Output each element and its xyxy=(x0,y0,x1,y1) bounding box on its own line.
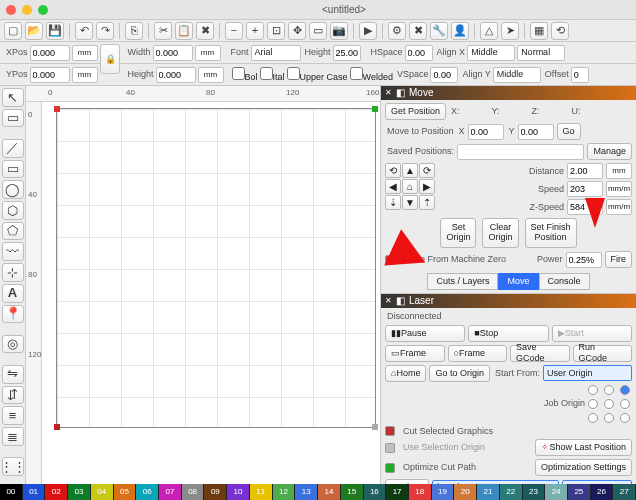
origin-bl[interactable] xyxy=(588,413,598,423)
align1-icon[interactable]: ≡ xyxy=(2,406,24,425)
hspace-input[interactable] xyxy=(405,45,433,61)
move-x-input[interactable] xyxy=(468,124,504,140)
marker-tool-icon[interactable]: 📍 xyxy=(2,305,24,324)
align2-icon[interactable]: ≣ xyxy=(2,427,24,446)
camera-icon[interactable]: 📷 xyxy=(330,22,348,40)
xpos-input[interactable] xyxy=(30,45,70,61)
handle-tl[interactable] xyxy=(54,106,60,112)
italic-toggle[interactable]: Ital xyxy=(260,67,285,83)
layer-color-23[interactable]: 23 xyxy=(523,484,546,500)
manage-button[interactable]: Manage xyxy=(587,143,632,160)
jog-zup-icon[interactable]: ⇡ xyxy=(419,195,435,210)
move-from-zero-check[interactable] xyxy=(385,255,395,265)
clear-origin-button[interactable]: ClearOrigin xyxy=(482,218,518,248)
polygon-tool-icon[interactable]: ⬡ xyxy=(2,201,24,220)
canvas-view[interactable] xyxy=(42,102,380,490)
user-icon[interactable]: 👤 xyxy=(451,22,469,40)
offset-tool-icon[interactable]: ◎ xyxy=(2,335,24,354)
frame-button[interactable]: ▭ Frame xyxy=(385,345,445,362)
layer-color-10[interactable]: 10 xyxy=(227,484,250,500)
layer-color-07[interactable]: 07 xyxy=(159,484,182,500)
zspeed-input[interactable] xyxy=(567,199,603,215)
cut-selected-check[interactable] xyxy=(385,426,395,436)
import-icon[interactable]: ⎘ xyxy=(125,22,143,40)
go-button[interactable]: Go xyxy=(557,123,581,140)
align-icon[interactable]: △ xyxy=(480,22,498,40)
fire-button[interactable]: Fire xyxy=(605,251,633,268)
optimization-settings-button[interactable]: Optimization Settings xyxy=(535,459,632,476)
layer-color-19[interactable]: 19 xyxy=(432,484,455,500)
ypos-input[interactable] xyxy=(30,67,70,83)
vspace-input[interactable] xyxy=(430,67,458,83)
tab-console[interactable]: Console xyxy=(539,273,590,290)
origin-tm[interactable] xyxy=(604,385,614,395)
window-zoom-icon[interactable] xyxy=(38,5,48,15)
layer-color-14[interactable]: 14 xyxy=(318,484,341,500)
grid-icon[interactable]: ▦ xyxy=(530,22,548,40)
layer-color-01[interactable]: 01 xyxy=(23,484,46,500)
layer-color-21[interactable]: 21 xyxy=(477,484,500,500)
save-gcode-button[interactable]: Save GCode xyxy=(510,345,570,362)
offset-input[interactable] xyxy=(571,67,589,83)
vmirror-icon[interactable]: ⇵ xyxy=(2,386,24,405)
shape-tool-icon[interactable]: ⬠ xyxy=(2,222,24,241)
go-to-origin-button[interactable]: Go to Origin xyxy=(429,365,490,382)
undo-icon[interactable]: ↶ xyxy=(75,22,93,40)
jog-right-icon[interactable]: ▶ xyxy=(419,179,435,194)
redo-icon[interactable]: ↷ xyxy=(96,22,114,40)
lock-aspect-icon[interactable]: 🔒 xyxy=(100,44,120,74)
height-unit[interactable]: mm xyxy=(198,67,224,83)
curve-tool-icon[interactable]: 〰 xyxy=(2,242,24,261)
jog-down-icon[interactable]: ▼ xyxy=(402,195,418,210)
work-area[interactable] xyxy=(56,108,376,428)
paste-icon[interactable]: 📋 xyxy=(175,22,193,40)
window-close-icon[interactable] xyxy=(6,5,16,15)
layer-color-08[interactable]: 08 xyxy=(182,484,205,500)
new-icon[interactable]: ▢ xyxy=(4,22,22,40)
set-finish-button[interactable]: Set FinishPosition xyxy=(525,218,577,248)
optimize-cut-check[interactable] xyxy=(385,463,395,473)
distance-input[interactable] xyxy=(567,163,603,179)
marquee-tool-icon[interactable]: ▭ xyxy=(2,109,24,128)
origin-tl[interactable] xyxy=(588,385,598,395)
font-select[interactable]: Arial xyxy=(251,45,301,61)
settings-icon[interactable]: ⚙ xyxy=(388,22,406,40)
layer-color-22[interactable]: 22 xyxy=(500,484,523,500)
jog-home-icon[interactable]: ⌂ xyxy=(402,179,418,194)
hmirror-icon[interactable]: ⇋ xyxy=(2,365,24,384)
tab-cuts-layers[interactable]: Cuts / Layers xyxy=(427,273,498,290)
jog-left-icon[interactable]: ◀ xyxy=(385,179,401,194)
get-position-button[interactable]: Get Position xyxy=(385,103,446,120)
handle-tr[interactable] xyxy=(372,106,378,112)
delete-icon[interactable]: ✖ xyxy=(196,22,214,40)
jog-zdown-icon[interactable]: ⇣ xyxy=(385,195,401,210)
layer-color-04[interactable]: 04 xyxy=(91,484,114,500)
speed-input[interactable] xyxy=(567,181,603,197)
unit-mm[interactable]: mm xyxy=(72,45,98,61)
handle-br[interactable] xyxy=(372,424,378,430)
move-y-input[interactable] xyxy=(518,124,554,140)
zoom-fit-icon[interactable]: ⊡ xyxy=(267,22,285,40)
pause-button[interactable]: ▮▮ Pause xyxy=(385,325,465,342)
jog-nw-icon[interactable]: ⟲ xyxy=(385,163,401,178)
layer-color-11[interactable]: 11 xyxy=(250,484,273,500)
set-origin-button[interactable]: SetOrigin xyxy=(440,218,476,248)
handle-bl[interactable] xyxy=(54,424,60,430)
uppercase-toggle[interactable]: Upper Case xyxy=(287,67,348,83)
layer-color-16[interactable]: 16 xyxy=(364,484,387,500)
origin-tr[interactable] xyxy=(620,385,630,395)
show-last-position-button[interactable]: ✧ Show Last Position xyxy=(535,439,632,456)
width-unit[interactable]: mm xyxy=(195,45,221,61)
zspeed-unit[interactable]: mm/m xyxy=(606,199,632,215)
layer-color-15[interactable]: 15 xyxy=(341,484,364,500)
layer-color-03[interactable]: 03 xyxy=(68,484,91,500)
zoom-frame-icon[interactable]: ▭ xyxy=(309,22,327,40)
ellipse-tool-icon[interactable]: ◯ xyxy=(2,180,24,199)
layer-color-02[interactable]: 02 xyxy=(45,484,68,500)
start-button[interactable]: ▶ Start xyxy=(552,325,632,342)
layer-color-09[interactable]: 09 xyxy=(204,484,227,500)
layer-color-00[interactable]: 00 xyxy=(0,484,23,500)
rotate-icon[interactable]: ⟲ xyxy=(551,22,569,40)
origin-mm[interactable] xyxy=(604,399,614,409)
height-input[interactable] xyxy=(156,67,196,83)
